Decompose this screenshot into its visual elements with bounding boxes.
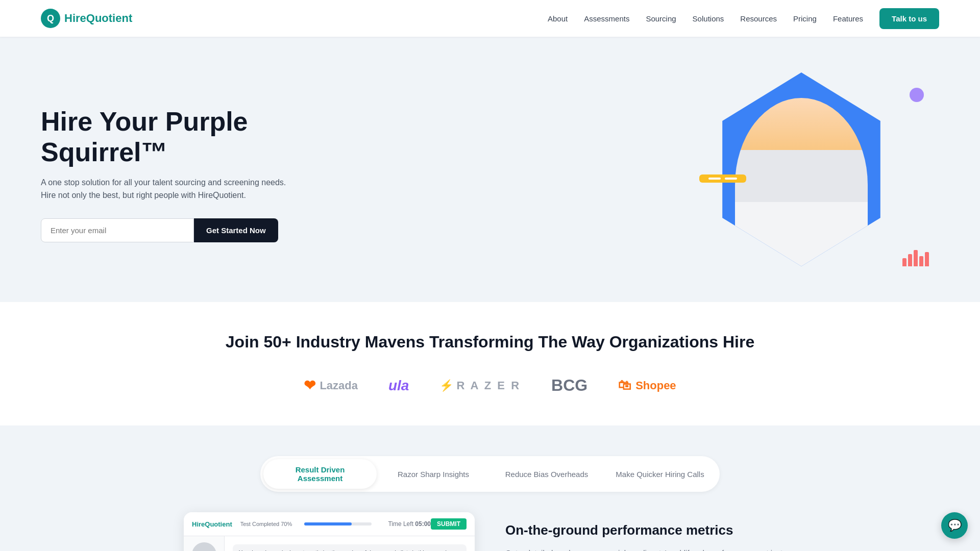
chat-widget-button[interactable]: 💬 — [941, 512, 968, 539]
hero-hexagon — [709, 72, 893, 266]
hero-title: Hire Your Purple Squirrel™ — [41, 107, 337, 168]
logo[interactable]: Q HireQuotient — [41, 9, 132, 28]
partner-lazada: ❤ Lazada — [304, 377, 358, 394]
nav-resources[interactable]: Resources — [740, 14, 777, 23]
partner-razer: ⚡ R A Z E R — [439, 379, 521, 392]
progress-bar-outer — [304, 522, 372, 525]
tab-content-area: HireQuotient Test Completed 70% Time Lef… — [184, 512, 796, 551]
nav-pricing[interactable]: Pricing — [793, 14, 817, 23]
decoration-yellow-bar — [699, 174, 746, 183]
email-input[interactable] — [41, 218, 194, 242]
person-figure — [735, 98, 868, 266]
logo-icon: Q — [41, 9, 60, 28]
hero-section: Hire Your Purple Squirrel™ A one stop so… — [0, 37, 980, 302]
tab-text-content: On-the-ground performance metrics Get a … — [505, 512, 796, 551]
bar-2 — [908, 254, 912, 266]
tabs-section: Result Driven Assessment Razor Sharp Ins… — [0, 425, 980, 551]
navbar: Q HireQuotient About Assessments Sourcin… — [0, 0, 980, 37]
bar-1 — [902, 258, 906, 266]
screenshot-logo-text: HireQuotient — [192, 520, 232, 528]
partners-logos: ❤ Lazada ula ⚡ R A Z E R BCG 🛍 Shopee — [41, 376, 939, 395]
hero-image-area — [694, 67, 939, 282]
partners-section: Join 50+ Industry Mavens Transforming Th… — [0, 302, 980, 425]
assessment-screenshot: HireQuotient Test Completed 70% Time Lef… — [184, 512, 475, 551]
nav-sourcing[interactable]: Sourcing — [646, 14, 676, 23]
logo-text: HireQuotient — [64, 12, 132, 25]
bar-4 — [919, 256, 923, 266]
hero-left: Hire Your Purple Squirrel™ A one stop so… — [41, 107, 337, 242]
decoration-circle — [910, 88, 924, 102]
talk-to-us-button[interactable]: Talk to us — [879, 8, 939, 29]
nav-about[interactable]: About — [548, 14, 568, 23]
tabs-bar: Result Driven Assessment Razor Sharp Ins… — [260, 456, 720, 492]
yellow-line-2 — [725, 178, 737, 180]
sidebar-avatar — [192, 542, 216, 551]
tab-quicker-hiring[interactable]: Make Quicker Hiring Calls — [603, 464, 717, 485]
content-title: On-the-ground performance metrics — [505, 522, 796, 538]
lazada-icon: ❤ — [304, 377, 315, 394]
nav-solutions[interactable]: Solutions — [693, 14, 724, 23]
chat-icon: 💬 — [948, 519, 962, 532]
decoration-bars — [902, 250, 929, 266]
screenshot-header: HireQuotient Test Completed 70% Time Lef… — [184, 512, 475, 536]
message-bubble-1: Your boss has asked you to optimize the … — [233, 544, 467, 551]
tab-reduce-bias[interactable]: Reduce Bias Overheads — [490, 464, 603, 485]
tab-razor-insights[interactable]: Razor Sharp Insights — [377, 464, 490, 485]
nav-assessments[interactable]: Assessments — [584, 14, 629, 23]
progress-bar-inner — [304, 522, 352, 525]
time-left-label: Time Left 05:00 — [388, 520, 431, 528]
nav-links: About Assessments Sourcing Solutions Res… — [548, 8, 939, 29]
content-description: Get a detailed rundown on every job appl… — [505, 546, 796, 551]
screenshot-body: Your boss has asked you to optimize the … — [184, 536, 475, 551]
partner-ula: ula — [388, 378, 409, 394]
yellow-line-1 — [708, 178, 721, 180]
bar-5 — [925, 252, 929, 266]
hero-subtitle: A one stop solution for all your talent … — [41, 176, 337, 202]
screenshot-sidebar — [184, 536, 225, 551]
bar-3 — [914, 250, 918, 266]
hero-form: Get Started Now — [41, 218, 337, 242]
nav-features[interactable]: Features — [833, 14, 863, 23]
partner-bcg: BCG — [551, 376, 587, 395]
screenshot-main-content: Your boss has asked you to optimize the … — [225, 536, 475, 551]
get-started-button[interactable]: Get Started Now — [194, 218, 278, 242]
progress-area: Test Completed 70% — [240, 521, 380, 527]
tab-result-driven[interactable]: Result Driven Assessment — [263, 459, 377, 489]
progress-label: Test Completed 70% — [240, 521, 292, 527]
submit-button-screenshot[interactable]: SUBMIT — [431, 518, 467, 530]
partner-shopee: 🛍 Shopee — [618, 378, 676, 393]
partners-title: Join 50+ Industry Mavens Transforming Th… — [41, 333, 939, 352]
razer-icon: ⚡ — [439, 379, 453, 392]
shopee-icon: 🛍 — [618, 378, 631, 393]
